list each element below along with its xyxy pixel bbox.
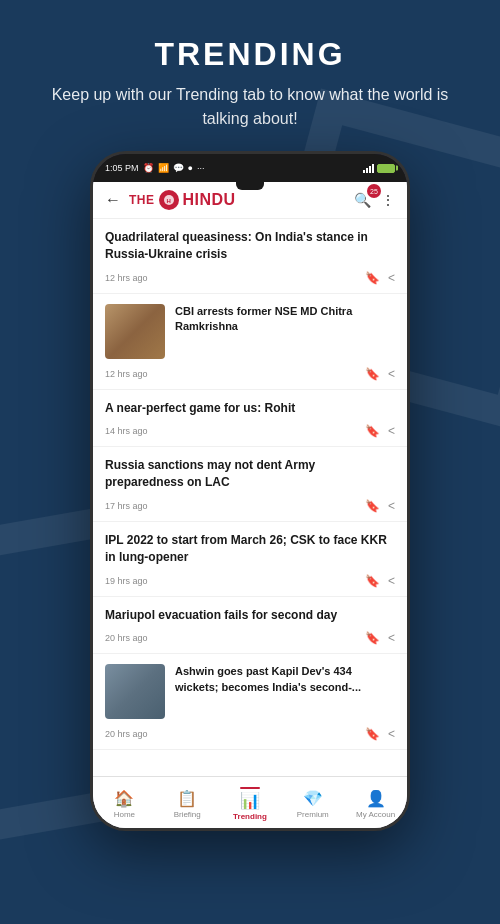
news-meta-4: 17 hrs ago 🔖 < <box>105 499 395 521</box>
topbar-right: 25 🔍 ⋮ <box>354 192 395 208</box>
share-icon-7[interactable]: < <box>388 727 395 741</box>
news-time-4: 17 hrs ago <box>105 501 148 511</box>
news-content-7: Ashwin goes past Kapil Dev's 434 wickets… <box>175 664 395 719</box>
status-bar-left: 1:05 PM ⏰ 📶 💬 ● ··· <box>105 163 204 173</box>
news-meta-2: 12 hrs ago 🔖 < <box>105 367 395 389</box>
phone-screen: ← THE H HINDU 25 🔍 ⋮ <box>93 182 407 828</box>
status-bar-right <box>363 164 395 173</box>
news-meta-5: 19 hrs ago 🔖 < <box>105 574 395 596</box>
news-item-4[interactable]: Russia sanctions may not dent Army prepa… <box>93 447 407 522</box>
share-icon-2[interactable]: < <box>388 367 395 381</box>
notification-badge: 25 <box>367 184 381 198</box>
more-icon: ··· <box>197 163 205 173</box>
ashwin-image <box>105 664 165 719</box>
svg-text:H: H <box>166 198 171 204</box>
bookmark-icon-1[interactable]: 🔖 <box>365 271 380 285</box>
news-actions-4: 🔖 < <box>365 499 395 513</box>
news-actions-2: 🔖 < <box>365 367 395 381</box>
topbar-left: ← THE H HINDU <box>105 190 236 210</box>
app-logo: THE H HINDU <box>129 190 236 210</box>
share-icon-6[interactable]: < <box>388 631 395 645</box>
news-actions-5: 🔖 < <box>365 574 395 588</box>
news-title-6: Mariupol evacuation fails for second day <box>105 607 395 624</box>
active-indicator <box>240 787 260 789</box>
news-meta-3: 14 hrs ago 🔖 < <box>105 424 395 446</box>
nav-trending-label: Trending <box>233 812 267 821</box>
bookmark-icon-4[interactable]: 🔖 <box>365 499 380 513</box>
nav-briefing[interactable]: 📋 Briefing <box>156 789 219 819</box>
news-time-7: 20 hrs ago <box>105 729 148 739</box>
logo-the: THE <box>129 193 155 207</box>
news-item-2[interactable]: CBI arrests former NSE MD Chitra Ramkris… <box>93 294 407 390</box>
nav-trending[interactable]: 📊 Trending <box>219 787 282 821</box>
sim-icon: 📶 <box>158 163 169 173</box>
signal-icon <box>363 164 374 173</box>
share-icon-1[interactable]: < <box>388 271 395 285</box>
news-item-1[interactable]: Quadrilateral queasiness: On India's sta… <box>93 219 407 294</box>
bottom-nav: 🏠 Home 📋 Briefing 📊 Trending 💎 Premium 👤… <box>93 776 407 828</box>
page-subtitle: Keep up with our Trending tab to know wh… <box>30 83 470 131</box>
news-feed[interactable]: Quadrilateral queasiness: On India's sta… <box>93 219 407 776</box>
news-time-2: 12 hrs ago <box>105 369 148 379</box>
battery-icon <box>377 164 395 173</box>
share-icon-5[interactable]: < <box>388 574 395 588</box>
news-title-1: Quadrilateral queasiness: On India's sta… <box>105 229 395 263</box>
premium-icon: 💎 <box>303 789 323 808</box>
share-icon-4[interactable]: < <box>388 499 395 513</box>
news-title-4: Russia sanctions may not dent Army prepa… <box>105 457 395 491</box>
nav-premium-label: Premium <box>297 810 329 819</box>
news-thumbnail-7 <box>105 664 165 719</box>
nav-home-label: Home <box>114 810 135 819</box>
news-time-3: 14 hrs ago <box>105 426 148 436</box>
briefing-icon: 📋 <box>177 789 197 808</box>
chitra-image <box>105 304 165 359</box>
share-icon-3[interactable]: < <box>388 424 395 438</box>
news-meta-7: 20 hrs ago 🔖 < <box>105 727 395 749</box>
news-actions-3: 🔖 < <box>365 424 395 438</box>
news-time-6: 20 hrs ago <box>105 633 148 643</box>
news-meta-6: 20 hrs ago 🔖 < <box>105 631 395 653</box>
news-time-1: 12 hrs ago <box>105 273 148 283</box>
message-icon: 💬 <box>173 163 184 173</box>
news-time-5: 19 hrs ago <box>105 576 148 586</box>
bookmark-icon-6[interactable]: 🔖 <box>365 631 380 645</box>
logo-hindu: HINDU <box>183 191 236 209</box>
news-title-7: Ashwin goes past Kapil Dev's 434 wickets… <box>175 664 395 695</box>
news-actions-7: 🔖 < <box>365 727 395 741</box>
news-item-7[interactable]: Ashwin goes past Kapil Dev's 434 wickets… <box>93 654 407 750</box>
news-row-7: Ashwin goes past Kapil Dev's 434 wickets… <box>105 664 395 719</box>
nav-premium[interactable]: 💎 Premium <box>281 789 344 819</box>
trending-icon: 📊 <box>240 791 260 810</box>
nav-briefing-label: Briefing <box>174 810 201 819</box>
status-bar: 1:05 PM ⏰ 📶 💬 ● ··· <box>93 154 407 182</box>
news-item-5[interactable]: IPL 2022 to start from March 26; CSK to … <box>93 522 407 597</box>
bookmark-icon-2[interactable]: 🔖 <box>365 367 380 381</box>
news-item-6[interactable]: Mariupol evacuation fails for second day… <box>93 597 407 655</box>
news-actions-6: 🔖 < <box>365 631 395 645</box>
news-thumbnail-2 <box>105 304 165 359</box>
home-icon: 🏠 <box>114 789 134 808</box>
page-header: TRENDING Keep up with our Trending tab t… <box>0 0 500 151</box>
news-row-2: CBI arrests former NSE MD Chitra Ramkris… <box>105 304 395 359</box>
nav-account-label: My Accoun <box>356 810 395 819</box>
news-content-2: CBI arrests former NSE MD Chitra Ramkris… <box>175 304 395 359</box>
bookmark-icon-3[interactable]: 🔖 <box>365 424 380 438</box>
news-item-3[interactable]: A near-perfect game for us: Rohit 14 hrs… <box>93 390 407 448</box>
phone-notch <box>236 182 264 190</box>
phone-frame: 1:05 PM ⏰ 📶 💬 ● ··· ← THE <box>90 151 410 831</box>
nav-home[interactable]: 🏠 Home <box>93 789 156 819</box>
account-icon: 👤 <box>366 789 386 808</box>
alarm-icon: ⏰ <box>143 163 154 173</box>
bookmark-icon-7[interactable]: 🔖 <box>365 727 380 741</box>
time-display: 1:05 PM <box>105 163 139 173</box>
logo-emblem: H <box>159 190 179 210</box>
more-options-icon[interactable]: ⋮ <box>381 192 395 208</box>
news-title-3: A near-perfect game for us: Rohit <box>105 400 395 417</box>
back-button[interactable]: ← <box>105 191 121 209</box>
nav-account[interactable]: 👤 My Accoun <box>344 789 407 819</box>
news-title-5: IPL 2022 to start from March 26; CSK to … <box>105 532 395 566</box>
bookmark-icon-5[interactable]: 🔖 <box>365 574 380 588</box>
news-title-2: CBI arrests former NSE MD Chitra Ramkris… <box>175 304 395 335</box>
news-meta-1: 12 hrs ago 🔖 < <box>105 271 395 293</box>
page-title: TRENDING <box>30 36 470 73</box>
